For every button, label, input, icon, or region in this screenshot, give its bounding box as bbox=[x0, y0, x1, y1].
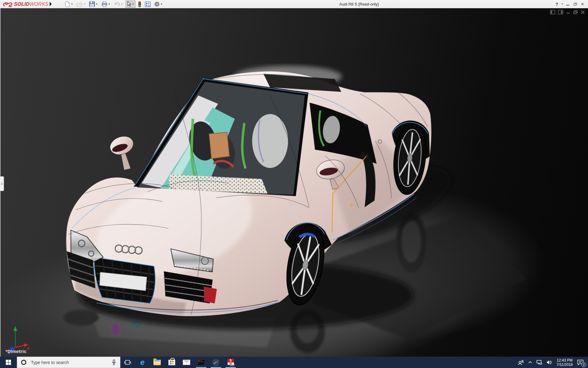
dropdown-caret[interactable]: ▼ bbox=[96, 3, 98, 6]
system-tray: 12:43 PM 7/11/2018 2 bbox=[516, 357, 587, 368]
solidworks-wordmark: SOLIDWORKS bbox=[14, 2, 48, 7]
people-button[interactable] bbox=[516, 357, 526, 368]
task-view-button[interactable] bbox=[120, 357, 135, 368]
restore-button[interactable] bbox=[571, 2, 579, 6]
dropdown-caret[interactable]: ▼ bbox=[160, 3, 163, 6]
car-model-audi-r8 bbox=[0, 8, 588, 357]
pane-toggle-right-icon[interactable] bbox=[558, 10, 563, 14]
dropdown-caret: ▼ bbox=[83, 3, 86, 6]
tray-date: 7/11/2018 bbox=[557, 362, 573, 367]
quick-toolbar: ▼ ▼ ▼ ▼ ▼ ▼ bbox=[64, 1, 165, 8]
new-document-button[interactable]: ▼ bbox=[64, 1, 74, 8]
task-view-icon bbox=[124, 359, 131, 366]
start-button[interactable] bbox=[0, 357, 17, 368]
print-icon bbox=[101, 1, 107, 7]
solidworks-3s-icon bbox=[2, 1, 13, 8]
solidworks-logo: SOLIDWORKS bbox=[2, 0, 48, 8]
speaker-icon bbox=[546, 360, 552, 365]
document-window-controls bbox=[550, 10, 585, 14]
dropdown-caret[interactable]: ▼ bbox=[108, 3, 111, 6]
new-document-icon bbox=[65, 1, 70, 7]
titlebar: SOLIDWORKS ▼ ▼ ▼ ▼ ▼ bbox=[0, 0, 588, 8]
taskbar-mail[interactable] bbox=[179, 357, 194, 368]
taskbar-solidworks-2017[interactable]: S W 2017 bbox=[223, 357, 238, 368]
feature-panel-flyout-tab[interactable] bbox=[0, 176, 4, 191]
windows-logo-icon bbox=[6, 360, 11, 365]
hexagon-app-icon bbox=[212, 359, 220, 366]
command-prompt-icon: C:\_ bbox=[198, 359, 205, 366]
screen: SOLIDWORKS ▼ ▼ ▼ ▼ ▼ bbox=[0, 0, 588, 368]
triad-x-label: X bbox=[27, 346, 30, 351]
help-button[interactable]: ? bbox=[553, 2, 560, 7]
dropdown-caret: ▼ bbox=[121, 3, 123, 6]
tray-time: 12:43 PM bbox=[557, 358, 573, 362]
print-button[interactable]: ▼ bbox=[100, 1, 111, 8]
open-button: ▼ bbox=[76, 1, 87, 8]
rebuild-button[interactable] bbox=[137, 1, 142, 8]
minimize-icon bbox=[566, 5, 569, 6]
microphone-icon[interactable] bbox=[112, 359, 116, 366]
taskbar-search[interactable] bbox=[17, 357, 120, 368]
help-caret-icon[interactable]: ▼ bbox=[560, 3, 564, 6]
network-icon bbox=[536, 360, 543, 365]
menu-flyout-arrow[interactable] bbox=[50, 2, 52, 6]
store-icon bbox=[168, 360, 175, 365]
taskbar-store[interactable] bbox=[164, 357, 179, 368]
taskbar-edge[interactable]: e bbox=[135, 357, 150, 368]
network-button[interactable] bbox=[534, 357, 545, 368]
gear-icon bbox=[154, 1, 160, 7]
cortana-circle-icon bbox=[21, 360, 26, 365]
display-pane-button[interactable] bbox=[144, 1, 152, 8]
taskbar-file-explorer[interactable] bbox=[150, 357, 164, 368]
edge-icon: e bbox=[140, 358, 145, 366]
people-icon bbox=[518, 360, 524, 365]
file-explorer-icon bbox=[153, 360, 161, 365]
panel-expand-icon bbox=[1, 183, 3, 185]
window-controls: ? ▼ ✕ bbox=[553, 0, 586, 8]
chevron-up-icon bbox=[528, 361, 532, 364]
select-button[interactable]: ▼ bbox=[126, 1, 135, 8]
taskbar-command-prompt[interactable]: C:\_ bbox=[194, 357, 209, 368]
traffic-light-icon bbox=[138, 1, 141, 7]
tray-overflow-button[interactable] bbox=[526, 357, 534, 368]
display-pane-icon bbox=[145, 2, 151, 7]
options-button[interactable]: ▼ bbox=[153, 1, 164, 8]
taskbar-hexagon-app[interactable] bbox=[209, 357, 223, 368]
open-icon bbox=[77, 2, 83, 7]
taskbar-apps: e C:\_ S W 2017 bbox=[120, 357, 238, 368]
doc-close-icon[interactable] bbox=[581, 10, 585, 14]
close-button[interactable]: ✕ bbox=[579, 2, 586, 6]
clock[interactable]: 12:43 PM 7/11/2018 bbox=[554, 358, 575, 367]
doc-minimize-icon[interactable] bbox=[566, 10, 570, 14]
pane-toggle-left-icon[interactable] bbox=[550, 10, 555, 14]
save-icon bbox=[89, 1, 95, 7]
undo-icon bbox=[114, 2, 120, 7]
undo-button: ▼ bbox=[113, 1, 124, 8]
minimize-button[interactable] bbox=[564, 2, 571, 6]
doc-restore-icon[interactable] bbox=[573, 10, 578, 14]
dropdown-caret[interactable]: ▼ bbox=[132, 3, 134, 6]
action-center-button[interactable]: 2 bbox=[575, 357, 587, 368]
search-input[interactable] bbox=[30, 360, 98, 365]
dropdown-caret[interactable]: ▼ bbox=[71, 3, 73, 6]
taskbar: e C:\_ S W 2017 bbox=[0, 357, 588, 368]
graphics-viewport[interactable]: X Z *Dimetric bbox=[0, 8, 588, 357]
notification-badge: 2 bbox=[581, 362, 586, 367]
select-cursor-icon bbox=[126, 1, 131, 7]
save-button[interactable]: ▼ bbox=[88, 1, 99, 8]
window-title: Audi R8 S [Read-only] bbox=[339, 2, 379, 6]
volume-button[interactable] bbox=[545, 357, 554, 368]
view-orientation-label: *Dimetric bbox=[6, 349, 27, 354]
solidworks-2017-icon: S W 2017 bbox=[227, 359, 234, 366]
mail-icon bbox=[183, 360, 190, 365]
restore-icon bbox=[574, 3, 577, 6]
